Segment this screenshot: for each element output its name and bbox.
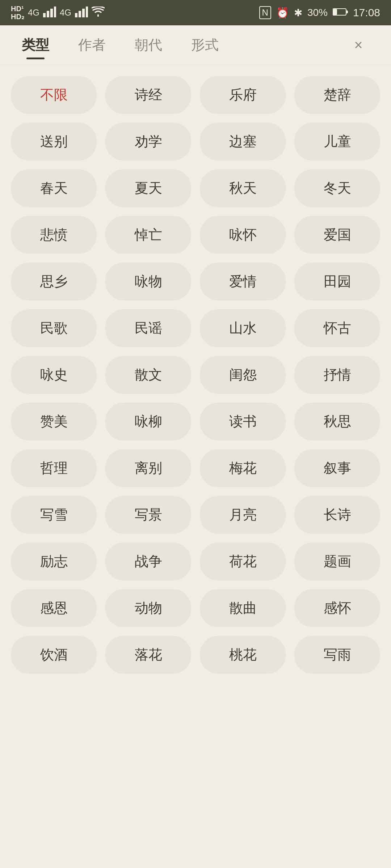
svg-rect-0 bbox=[43, 13, 46, 17]
tag-item-47[interactable]: 感怀 bbox=[294, 589, 380, 627]
tag-item-43[interactable]: 题画 bbox=[294, 542, 380, 580]
tag-item-11[interactable]: 冬天 bbox=[294, 169, 380, 207]
tag-item-39[interactable]: 长诗 bbox=[294, 496, 380, 534]
tag-item-15[interactable]: 爱国 bbox=[294, 216, 380, 254]
time-display: 17:08 bbox=[353, 7, 380, 19]
tag-item-0[interactable]: 不限 bbox=[11, 76, 97, 114]
tag-item-8[interactable]: 春天 bbox=[11, 169, 97, 207]
tag-item-37[interactable]: 写景 bbox=[105, 496, 191, 534]
signal-bars-1 bbox=[43, 6, 56, 20]
tag-item-4[interactable]: 送别 bbox=[11, 123, 97, 161]
tag-item-38[interactable]: 月亮 bbox=[200, 496, 286, 534]
tag-item-30[interactable]: 读书 bbox=[200, 403, 286, 441]
tag-item-21[interactable]: 民谣 bbox=[105, 309, 191, 347]
tab-type[interactable]: 类型 bbox=[22, 32, 49, 58]
nfc-icon: N bbox=[259, 6, 271, 19]
tag-item-48[interactable]: 饮酒 bbox=[11, 636, 97, 674]
tag-item-40[interactable]: 励志 bbox=[11, 542, 97, 580]
tag-item-24[interactable]: 咏史 bbox=[11, 356, 97, 394]
close-button[interactable]: × bbox=[348, 34, 369, 56]
tag-item-36[interactable]: 写雪 bbox=[11, 496, 97, 534]
content-area: 不限诗经乐府楚辞送别劝学边塞儿童春天夏天秋天冬天悲愤悼亡咏怀爱国思乡咏物爱情田园… bbox=[0, 65, 391, 685]
tabs-container: 类型 作者 朝代 形式 bbox=[22, 32, 219, 58]
svg-rect-7 bbox=[86, 7, 88, 17]
tag-item-44[interactable]: 感恩 bbox=[11, 589, 97, 627]
tag-item-32[interactable]: 哲理 bbox=[11, 449, 97, 487]
tag-item-12[interactable]: 悲愤 bbox=[11, 216, 97, 254]
tag-grid: 不限诗经乐府楚辞送别劝学边塞儿童春天夏天秋天冬天悲愤悼亡咏怀爱国思乡咏物爱情田园… bbox=[11, 76, 380, 674]
tag-item-9[interactable]: 夏天 bbox=[105, 169, 191, 207]
tag-item-49[interactable]: 落花 bbox=[105, 636, 191, 674]
status-bar: HD¹ HD₂ 4G 4G bbox=[0, 0, 391, 25]
tag-item-18[interactable]: 爱情 bbox=[200, 263, 286, 301]
tag-item-42[interactable]: 荷花 bbox=[200, 542, 286, 580]
tag-item-17[interactable]: 咏物 bbox=[105, 263, 191, 301]
svg-rect-5 bbox=[79, 11, 81, 17]
wifi-icon bbox=[92, 7, 105, 19]
battery-icon bbox=[333, 7, 348, 18]
tag-item-6[interactable]: 边塞 bbox=[200, 123, 286, 161]
signal-4g-2: 4G bbox=[60, 8, 71, 18]
tag-item-2[interactable]: 乐府 bbox=[200, 76, 286, 114]
tag-item-20[interactable]: 民歌 bbox=[11, 309, 97, 347]
tag-item-35[interactable]: 叙事 bbox=[294, 449, 380, 487]
tag-item-51[interactable]: 写雨 bbox=[294, 636, 380, 674]
svg-rect-9 bbox=[333, 9, 337, 15]
tag-item-25[interactable]: 散文 bbox=[105, 356, 191, 394]
battery-text: 30% bbox=[307, 7, 328, 18]
svg-rect-10 bbox=[346, 10, 348, 13]
tag-item-28[interactable]: 赞美 bbox=[11, 403, 97, 441]
tag-item-31[interactable]: 秋思 bbox=[294, 403, 380, 441]
tab-author[interactable]: 作者 bbox=[78, 32, 106, 58]
tag-item-19[interactable]: 田园 bbox=[294, 263, 380, 301]
tag-item-46[interactable]: 散曲 bbox=[200, 589, 286, 627]
hd-indicator: HD¹ HD₂ bbox=[11, 5, 24, 21]
svg-rect-1 bbox=[47, 11, 49, 17]
tag-item-50[interactable]: 桃花 bbox=[200, 636, 286, 674]
tag-item-29[interactable]: 咏柳 bbox=[105, 403, 191, 441]
svg-rect-4 bbox=[75, 13, 77, 17]
tag-item-33[interactable]: 离别 bbox=[105, 449, 191, 487]
signal-bars-2 bbox=[75, 6, 88, 20]
tag-item-26[interactable]: 闺怨 bbox=[200, 356, 286, 394]
status-right: N ⏰ ✱ 30% 17:08 bbox=[259, 6, 380, 19]
tag-item-16[interactable]: 思乡 bbox=[11, 263, 97, 301]
bluetooth-icon: ✱ bbox=[294, 7, 302, 19]
tab-bar: 类型 作者 朝代 形式 × bbox=[0, 25, 391, 65]
tag-item-34[interactable]: 梅花 bbox=[200, 449, 286, 487]
tag-item-1[interactable]: 诗经 bbox=[105, 76, 191, 114]
svg-rect-3 bbox=[54, 7, 56, 17]
status-left: HD¹ HD₂ 4G 4G bbox=[11, 5, 105, 21]
tag-item-22[interactable]: 山水 bbox=[200, 309, 286, 347]
tag-item-13[interactable]: 悼亡 bbox=[105, 216, 191, 254]
tab-dynasty[interactable]: 朝代 bbox=[135, 32, 162, 58]
svg-rect-6 bbox=[82, 9, 85, 17]
tag-item-41[interactable]: 战争 bbox=[105, 542, 191, 580]
alarm-icon: ⏰ bbox=[276, 7, 289, 19]
signal-4g-1: 4G bbox=[28, 8, 39, 18]
tag-item-23[interactable]: 怀古 bbox=[294, 309, 380, 347]
tag-item-3[interactable]: 楚辞 bbox=[294, 76, 380, 114]
tag-item-45[interactable]: 动物 bbox=[105, 589, 191, 627]
tag-item-7[interactable]: 儿童 bbox=[294, 123, 380, 161]
tab-form[interactable]: 形式 bbox=[191, 32, 219, 58]
tag-item-14[interactable]: 咏怀 bbox=[200, 216, 286, 254]
tag-item-5[interactable]: 劝学 bbox=[105, 123, 191, 161]
tag-item-27[interactable]: 抒情 bbox=[294, 356, 380, 394]
svg-rect-2 bbox=[50, 9, 53, 17]
tag-item-10[interactable]: 秋天 bbox=[200, 169, 286, 207]
